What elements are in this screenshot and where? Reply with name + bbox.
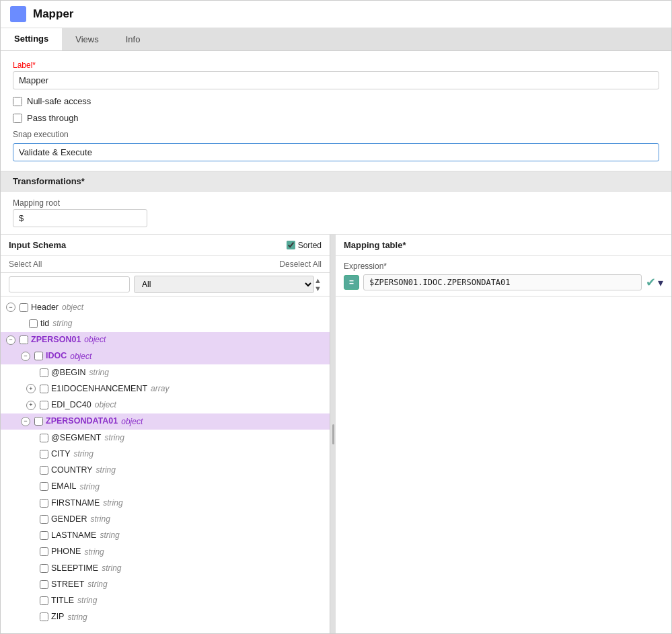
checkbox-sleeptime[interactable] — [40, 564, 48, 573]
filter-select[interactable]: All — [134, 276, 314, 293]
panel-splitter[interactable]: ‹› — [330, 235, 336, 633]
tree-node-zip[interactable]: ZIP string — [1, 609, 330, 625]
checkbox-tid[interactable] — [29, 319, 38, 328]
dropdown-arrow[interactable]: ▾ — [658, 276, 663, 289]
node-name-firstname: FIRSTNAME — [51, 496, 100, 510]
node-name-edi-dc40: EDI_DC40 — [51, 398, 91, 412]
snap-execution-input[interactable] — [13, 143, 659, 161]
pass-through-label: Pass through — [27, 113, 79, 123]
collapse-e1idoc[interactable]: + — [26, 384, 36, 393]
tree-node-zpersondata01[interactable]: − ZPERSONDATA01 object — [1, 413, 330, 430]
node-type-gender: string — [90, 512, 110, 526]
tree-node-e1idoc[interactable]: + E1IDOCENHANCEMENT array — [1, 381, 330, 397]
checkbox-e1idoc[interactable] — [40, 385, 48, 393]
node-name-idoc: IDOC — [46, 349, 67, 363]
settings-panel: Label* Null-safe access Pass through Sna… — [1, 51, 671, 171]
checkbox-firstname[interactable] — [40, 499, 48, 508]
tree-node-zperson01[interactable]: − ZPERSON01 object — [1, 332, 330, 348]
sorted-checkbox[interactable] — [287, 241, 295, 249]
pass-through-checkbox[interactable] — [13, 114, 22, 123]
node-name-title: TITLE — [51, 594, 74, 608]
schema-header: Input Schema Sorted — [1, 235, 330, 256]
mapping-root-input[interactable] — [13, 209, 147, 227]
node-type-email: string — [80, 480, 100, 493]
scroll-down-arrow[interactable]: ▼ — [314, 284, 322, 292]
checkbox-idoc[interactable] — [34, 352, 43, 360]
checkbox-header[interactable] — [20, 303, 28, 312]
collapse-edi-dc40[interactable]: + — [26, 401, 36, 410]
tree-node-title[interactable]: TITLE string — [1, 593, 330, 609]
filter-input[interactable] — [9, 276, 130, 292]
null-safe-checkbox[interactable] — [13, 97, 22, 106]
node-name-zpersondata01: ZPERSONDATA01 — [46, 414, 118, 428]
expression-label: Expression* — [344, 262, 663, 271]
node-type-zpersondata01: object — [121, 415, 143, 428]
checkbox-lastname[interactable] — [40, 531, 48, 540]
node-type-zperson01: object — [84, 333, 106, 346]
node-name-phone: PHONE — [51, 545, 81, 559]
label-field-label: Label* — [13, 61, 659, 70]
label-field: Label* — [13, 61, 659, 89]
tree-node-tid[interactable]: tid string — [1, 315, 330, 331]
tree-node-firstname[interactable]: FIRSTNAME string — [1, 495, 330, 511]
transformations-header: Transformations* — [1, 171, 671, 192]
tab-info[interactable]: Info — [112, 29, 154, 50]
tab-settings[interactable]: Settings — [1, 28, 62, 50]
label-input[interactable] — [13, 71, 659, 89]
node-name-segment: @SEGMENT — [51, 431, 102, 445]
tree-node-email[interactable]: EMAIL string — [1, 479, 330, 495]
mapping-root-section: Mapping root — [1, 192, 671, 234]
collapse-idoc[interactable]: − — [21, 352, 30, 361]
node-type-edi-dc40: object — [95, 398, 116, 411]
tree-node-idoc[interactable]: − IDOC object — [1, 348, 330, 364]
checkbox-zip[interactable] — [40, 612, 48, 621]
node-name-zperson01: ZPERSON01 — [31, 333, 81, 347]
checkbox-segment[interactable] — [40, 434, 48, 442]
checkbox-city[interactable] — [40, 450, 48, 459]
collapse-zperson01[interactable]: − — [6, 335, 15, 345]
expression-input[interactable] — [363, 274, 642, 290]
select-all-link[interactable]: Select All — [9, 260, 42, 269]
tree-node-header[interactable]: − Header object — [1, 299, 330, 315]
node-name-email: EMAIL — [51, 479, 77, 493]
checkbox-country[interactable] — [40, 466, 48, 475]
checkbox-zpersondata01[interactable] — [34, 417, 43, 426]
tab-views[interactable]: Views — [62, 29, 112, 50]
tree-node-gender[interactable]: GENDER string — [1, 511, 330, 527]
tree-area: − Header object tid string − ZPERSON01 o… — [1, 296, 330, 633]
expression-section: Expression* = ✔ ▾ — [336, 256, 671, 296]
collapse-header[interactable]: − — [6, 303, 15, 312]
checkbox-street[interactable] — [40, 580, 48, 589]
scroll-up-arrow[interactable]: ▲ — [314, 276, 322, 284]
tree-node-begin[interactable]: @BEGIN string — [1, 364, 330, 381]
checkbox-zperson01[interactable] — [20, 335, 28, 344]
node-name-begin: @BEGIN — [51, 366, 86, 380]
checkbox-edi-dc40[interactable] — [40, 401, 48, 409]
node-type-begin: string — [89, 366, 109, 379]
checkbox-title[interactable] — [40, 596, 48, 605]
node-name-street: STREET — [51, 578, 84, 592]
deselect-all-link[interactable]: Deselect All — [279, 260, 322, 269]
null-safe-label: Null-safe access — [27, 96, 91, 106]
collapse-zpersondata01[interactable]: − — [21, 417, 30, 426]
checkbox-begin[interactable] — [40, 368, 48, 377]
tree-node-lastname[interactable]: LASTNAME string — [1, 528, 330, 544]
title-bar: Mapper — [1, 1, 671, 28]
node-name-tid: tid — [40, 317, 49, 331]
tree-node-edi-dc40[interactable]: + EDI_DC40 object — [1, 397, 330, 413]
filter-row: All ▲ ▼ — [1, 273, 330, 296]
tree-node-city[interactable]: CITY string — [1, 446, 330, 462]
tree-node-segment[interactable]: @SEGMENT string — [1, 430, 330, 446]
splitter-handle: ‹› — [332, 424, 334, 444]
equals-button[interactable]: = — [344, 275, 359, 290]
tree-node-street[interactable]: STREET string — [1, 576, 330, 592]
tabs-bar: Settings Views Info — [1, 28, 671, 51]
node-type-street: string — [87, 578, 107, 591]
tree-node-phone[interactable]: PHONE string — [1, 544, 330, 560]
node-type-lastname: string — [100, 528, 119, 542]
checkbox-gender[interactable] — [40, 515, 48, 524]
tree-node-sleeptime[interactable]: SLEEPTIME string — [1, 560, 330, 576]
tree-node-country[interactable]: COUNTRY string — [1, 463, 330, 479]
checkbox-email[interactable] — [40, 482, 48, 491]
checkbox-phone[interactable] — [40, 547, 48, 556]
